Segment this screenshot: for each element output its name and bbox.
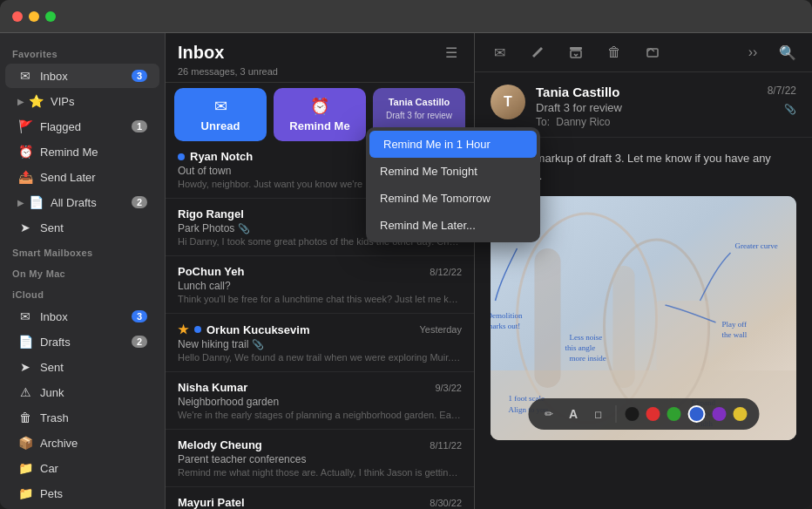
sidebar-label-icloud-inbox: Inbox: [40, 310, 132, 323]
sidebar-item-icloud-sent[interactable]: ➤ Sent: [5, 355, 159, 379]
svg-rect-0: [570, 47, 582, 50]
icloud-archive-icon: 📦: [17, 435, 33, 451]
marker-tool[interactable]: A: [565, 405, 582, 423]
sidebar-item-remind-me[interactable]: ⏰ Remind Me: [5, 139, 159, 164]
ml-toolbar: Inbox ☰: [178, 42, 462, 63]
sender-name: Rigo Rangel: [178, 207, 244, 221]
sidebar-item-inbox[interactable]: ✉ Inbox 3: [5, 64, 159, 88]
message-item-pochun[interactable]: PoChun Yeh 8/12/22 Lunch call? Think you…: [166, 256, 474, 314]
sidebar-item-icloud-car[interactable]: 📁 Car: [5, 456, 159, 480]
sidebar-item-icloud-drafts[interactable]: 📄 Drafts 2: [5, 329, 159, 354]
attachment-icon: 📎: [238, 223, 250, 234]
sidebar-label-remind-me: Remind Me: [40, 146, 147, 159]
msg-sender: Rigo Rangel: [178, 207, 244, 221]
pen-tool[interactable]: ✏: [540, 405, 558, 423]
message-item-mayuri[interactable]: Mayuri Patel 8/30/22: [166, 487, 474, 509]
sidebar-item-icloud-pets[interactable]: 📁 Pets: [5, 481, 159, 506]
vips-icon: ⭐: [28, 93, 44, 109]
sidebar-label-icloud-junk: Junk: [40, 386, 147, 399]
sidebar-item-icloud-junk[interactable]: ⚠ Junk: [5, 380, 159, 404]
msg-subject: Parent teacher conferences: [178, 453, 462, 465]
filter-remind-me[interactable]: ⏰ Remind Me: [274, 88, 366, 141]
sidebar-label-icloud-car: Car: [40, 462, 147, 475]
color-green[interactable]: [667, 407, 680, 421]
msg-sender: Ryan Notch: [178, 150, 253, 163]
color-purple[interactable]: [712, 407, 726, 421]
filter-unread[interactable]: ✉ Unread: [174, 88, 267, 141]
sidebar-label-send-later: Send Later: [40, 171, 147, 184]
detail-pane: ✉ 🗑: [475, 33, 812, 509]
svg-rect-7: [535, 248, 561, 388]
remind-filter-label: Remind Me: [289, 119, 349, 132]
detail-to: To: Danny Rico: [536, 116, 757, 128]
flagged-badge: 1: [132, 120, 147, 132]
reply-icon[interactable]: ✉: [487, 40, 511, 64]
delete-icon[interactable]: 🗑: [602, 40, 626, 64]
sender-avatar: T: [491, 85, 525, 119]
remind-later-option[interactable]: Remind Me Later...: [366, 212, 540, 239]
msg-top-row: Nisha Kumar 9/3/22: [178, 381, 462, 394]
sidebar-item-icloud-inbox[interactable]: ✉ Inbox 3: [5, 304, 159, 329]
sidebar-item-vips[interactable]: ▶ ⭐ VIPs: [5, 89, 159, 113]
remind-icon: ⏰: [17, 144, 33, 159]
sidebar-label-sent: Sent: [40, 221, 147, 234]
sidebar-item-icloud-trash[interactable]: 🗑 Trash: [5, 405, 159, 430]
detail-toolbar: ✉ 🗑: [475, 33, 812, 72]
minimize-button[interactable]: [29, 11, 39, 22]
app-window: Favorites ✉ Inbox 3 ▶ ⭐ VIPs 🚩 Flagged 1…: [0, 0, 812, 509]
close-button[interactable]: [12, 11, 23, 22]
smart-mailboxes-label: Smart Mailboxes: [0, 241, 165, 261]
msg-subject: Lunch call?: [178, 280, 462, 292]
on-my-mac-label: On My Mac: [0, 261, 165, 282]
eraser-tool[interactable]: ◻: [589, 405, 606, 423]
search-icon[interactable]: 🔍: [775, 40, 800, 64]
sidebar-label-flagged: Flagged: [40, 120, 132, 133]
sidebar-item-icloud-archive[interactable]: 📦 Archive: [5, 431, 159, 455]
svg-text:Demolition: Demolition: [491, 311, 523, 320]
filter-icon[interactable]: ☰: [441, 42, 462, 63]
color-blue[interactable]: [687, 405, 705, 423]
all-drafts-icon: 📄: [28, 194, 44, 210]
detail-date: 8/7/22: [768, 85, 796, 97]
msg-subject: New hiking trail 📎: [178, 338, 462, 350]
color-yellow[interactable]: [733, 407, 747, 421]
icloud-inbox-badge: 3: [132, 310, 147, 322]
sidebar-item-send-later[interactable]: 📤 Send Later: [5, 165, 159, 189]
remind-tomorrow-option[interactable]: Remind Me Tomorrow: [366, 185, 540, 212]
archive-icon[interactable]: [564, 40, 588, 64]
color-black[interactable]: [625, 407, 639, 421]
msg-date: 8/12/22: [430, 267, 462, 277]
inbox-subtitle: 26 messages, 3 unread: [178, 66, 462, 77]
icloud-trash-icon: 🗑: [17, 410, 33, 425]
sender-name: PoChun Yeh: [178, 265, 244, 278]
message-item-melody[interactable]: Melody Cheung 8/11/22 Parent teacher con…: [166, 430, 474, 487]
compose-icon[interactable]: [525, 40, 550, 64]
sent-icon: ➤: [17, 220, 33, 235]
msg-top-row: Mayuri Patel 8/30/22: [178, 496, 462, 509]
sidebar-item-all-drafts[interactable]: ▶ 📄 All Drafts 2: [5, 190, 159, 214]
remind-tonight-option[interactable]: Remind Me Tonight: [366, 158, 540, 185]
message-item-orkun[interactable]: ★ Orkun Kucuksevim Yesterday New hiking …: [166, 314, 474, 372]
message-item-nisha[interactable]: Nisha Kumar 9/3/22 Neighborhood garden W…: [166, 372, 474, 430]
chevron-icon: ▶: [17, 97, 24, 106]
move-icon[interactable]: [640, 40, 665, 64]
icloud-label: iCloud: [0, 282, 165, 303]
more-icon[interactable]: ››: [741, 40, 765, 64]
fullscreen-button[interactable]: [45, 11, 56, 22]
avatar-initial: T: [504, 94, 512, 110]
title-bar: [0, 0, 812, 33]
detail-subject: Draft 3 for review: [536, 101, 757, 114]
unread-filter-label: Unread: [201, 119, 240, 132]
sidebar-item-flagged[interactable]: 🚩 Flagged 1: [5, 114, 159, 139]
svg-text:marks out!: marks out!: [491, 322, 520, 330]
sidebar-label-icloud-archive: Archive: [40, 437, 147, 450]
msg-date: 8/30/22: [430, 498, 462, 508]
sidebar-item-sent[interactable]: ➤ Sent: [5, 215, 159, 240]
color-red[interactable]: [646, 407, 660, 421]
message-list: Inbox ☰ 26 messages, 3 unread ✉ Unread ⏰…: [166, 33, 475, 509]
remind-1hr-option[interactable]: Remind Me in 1 Hour: [369, 131, 537, 158]
sidebar-label-icloud-sent: Sent: [40, 361, 147, 374]
remind-filter-icon: ⏰: [310, 97, 329, 116]
tania-filter-label: Tania Castillo: [389, 97, 450, 107]
msg-top-row: Melody Cheung 8/11/22: [178, 438, 462, 451]
